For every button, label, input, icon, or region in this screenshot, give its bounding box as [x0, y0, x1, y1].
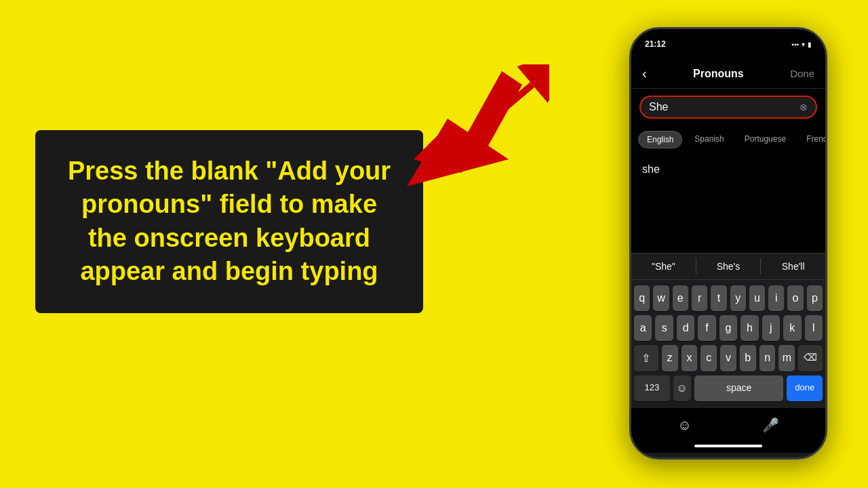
key-x[interactable]: x	[682, 345, 698, 371]
key-y[interactable]: y	[730, 285, 746, 311]
emoji-bottom-icon[interactable]: ☺	[677, 418, 691, 433]
key-n[interactable]: n	[760, 345, 776, 371]
autocorrect-shell[interactable]: She'll	[761, 261, 825, 272]
dynamic-island	[701, 36, 755, 51]
key-f[interactable]: f	[698, 315, 715, 341]
key-o[interactable]: o	[787, 285, 803, 311]
done-nav-button[interactable]: Done	[790, 68, 814, 79]
key-q[interactable]: q	[634, 285, 650, 311]
result-item-she[interactable]: she	[642, 161, 814, 178]
delete-key[interactable]: ⌫	[798, 345, 823, 371]
done-key[interactable]: done	[787, 375, 823, 401]
key-l[interactable]: l	[805, 315, 823, 341]
keyboard-row-2: a s d f g h j k l	[634, 315, 823, 341]
instruction-box: Press the blank "Add your pronouns" fiel…	[35, 130, 423, 313]
phone-frame: 21:12 ▪▪▪ ▾ ▮ ‹ Pronouns Done She ⊗	[629, 27, 827, 460]
instruction-text: Press the blank "Add your pronouns" fiel…	[62, 155, 396, 289]
search-clear-icon[interactable]: ⊗	[800, 102, 808, 113]
key-u[interactable]: u	[749, 285, 765, 311]
key-b[interactable]: b	[740, 345, 756, 371]
red-arrow-icon	[407, 64, 549, 193]
keyboard-row-3: ⇧ z x c v b n m ⌫	[634, 345, 823, 371]
keyboard-row-4: 123 ☺ space done	[634, 375, 823, 401]
key-e[interactable]: e	[673, 285, 688, 311]
results-area: she	[631, 154, 825, 185]
key-v[interactable]: v	[720, 345, 736, 371]
key-a[interactable]: a	[634, 315, 652, 341]
search-field-value: She	[649, 101, 800, 113]
emoji-key[interactable]: ☺	[673, 375, 691, 401]
space-key[interactable]: space	[694, 375, 784, 401]
autocorrect-she-quoted[interactable]: "She"	[631, 261, 696, 272]
phone-mockup: 21:12 ▪▪▪ ▾ ▮ ‹ Pronouns Done She ⊗	[629, 27, 827, 460]
nav-title: Pronouns	[693, 68, 744, 80]
key-c[interactable]: c	[701, 345, 717, 371]
key-d[interactable]: d	[677, 315, 694, 341]
keyboard: q w e r t y u i o p a s d f g h j k	[631, 280, 825, 408]
key-s[interactable]: s	[655, 315, 673, 341]
autocorrect-shes[interactable]: She's	[696, 261, 761, 272]
key-g[interactable]: g	[719, 315, 737, 341]
status-time: 21:12	[645, 39, 666, 49]
lang-tab-french[interactable]: French	[798, 131, 825, 148]
key-w[interactable]: w	[653, 285, 669, 311]
battery-icon: ▮	[808, 41, 812, 48]
key-j[interactable]: j	[762, 315, 780, 341]
key-p[interactable]: p	[807, 285, 823, 311]
home-indicator[interactable]	[694, 445, 762, 447]
lang-tab-english[interactable]: English	[638, 131, 682, 148]
key-m[interactable]: m	[778, 345, 795, 371]
results-spacer	[631, 185, 825, 253]
search-field[interactable]: She ⊗	[639, 96, 817, 119]
keyboard-row-1: q w e r t y u i o p	[634, 285, 823, 311]
svg-marker-4	[407, 71, 522, 186]
search-section: She ⊗	[631, 89, 825, 125]
key-k[interactable]: k	[783, 315, 801, 341]
wifi-icon: ▾	[802, 41, 805, 48]
nav-bar: ‹ Pronouns Done	[631, 59, 825, 89]
back-button[interactable]: ‹	[642, 66, 647, 81]
key-t[interactable]: t	[711, 285, 726, 311]
language-tabs: English Spanish Portuguese French Ger	[631, 125, 825, 154]
bottom-bar: ☺ 🎤	[631, 408, 825, 442]
key-r[interactable]: r	[692, 285, 707, 311]
autocorrect-bar: "She" She's She'll	[631, 253, 825, 280]
key-i[interactable]: i	[768, 285, 784, 311]
key-z[interactable]: z	[662, 345, 678, 371]
status-bar: 21:12 ▪▪▪ ▾ ▮	[631, 29, 825, 59]
key-h[interactable]: h	[741, 315, 758, 341]
mic-bottom-icon[interactable]: 🎤	[762, 417, 779, 433]
shift-key[interactable]: ⇧	[634, 345, 658, 371]
home-area	[631, 442, 825, 453]
lang-tab-spanish[interactable]: Spanish	[686, 131, 732, 148]
lang-tab-portuguese[interactable]: Portuguese	[736, 131, 794, 148]
search-container: She ⊗	[631, 89, 825, 125]
status-icons: ▪▪▪ ▾ ▮	[791, 41, 812, 48]
signal-icon: ▪▪▪	[791, 41, 799, 48]
numbers-key[interactable]: 123	[634, 375, 670, 401]
